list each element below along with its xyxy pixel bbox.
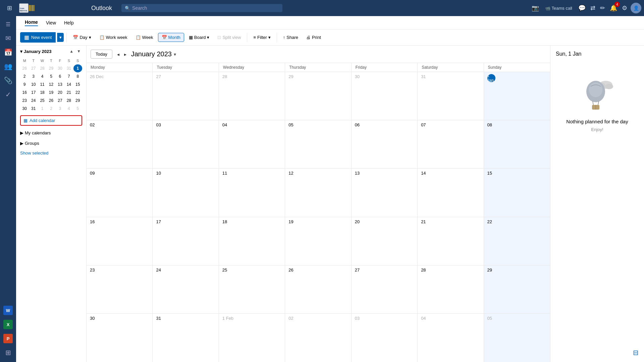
calendar-cell[interactable]: 31: [418, 72, 484, 120]
avatar[interactable]: 👤: [631, 3, 641, 13]
mini-cal-day[interactable]: 18: [38, 88, 47, 97]
calendar-cell[interactable]: 1 Feb: [219, 314, 285, 362]
calendar-cell[interactable]: 18: [219, 217, 285, 265]
today-button[interactable]: Today: [91, 50, 112, 59]
mini-cal-day[interactable]: 10: [29, 80, 38, 88]
cal-next-button[interactable]: ▸: [122, 50, 128, 58]
ppt-icon[interactable]: P: [1, 332, 15, 345]
month-view-button[interactable]: 📅 Month: [158, 33, 184, 42]
calendar-cell[interactable]: 02: [87, 120, 153, 168]
mini-cal-day[interactable]: 24: [29, 97, 38, 105]
menu-view[interactable]: View: [43, 19, 59, 27]
calendar-cell[interactable]: 17: [153, 217, 219, 265]
mini-cal-day[interactable]: 2: [47, 105, 55, 113]
groups-toggle[interactable]: ▶ Groups: [20, 139, 82, 148]
mini-cal-day[interactable]: 22: [73, 88, 82, 97]
mini-cal-day[interactable]: 16: [20, 88, 29, 97]
calendar-cell[interactable]: 12: [285, 169, 351, 217]
calendar-cell[interactable]: 26 Dec: [87, 72, 153, 120]
calendar-cell[interactable]: 22: [484, 217, 550, 265]
mini-cal-day[interactable]: 3: [29, 72, 38, 80]
mini-cal-day[interactable]: 17: [29, 88, 38, 97]
board-view-button[interactable]: ▦ Board ▾: [185, 33, 213, 42]
calendar-cell[interactable]: 10: [153, 169, 219, 217]
calendar-cell[interactable]: 27: [352, 265, 418, 313]
calendar-cell[interactable]: 30: [352, 72, 418, 120]
calendar-cell[interactable]: 20: [352, 217, 418, 265]
share-button[interactable]: ↑ Share: [280, 33, 302, 42]
show-selected-link[interactable]: Show selected: [20, 149, 82, 157]
mini-cal-day[interactable]: 2: [20, 72, 29, 80]
calendar-cell[interactable]: 16: [87, 217, 153, 265]
filter-button[interactable]: ≡ Filter ▾: [250, 33, 274, 42]
excel-icon[interactable]: X: [1, 318, 15, 331]
calendar-cell[interactable]: 1 Jan: [484, 72, 550, 120]
calendar-cell[interactable]: 04: [219, 120, 285, 168]
mini-cal-day[interactable]: 25: [38, 97, 47, 105]
calendar-cell[interactable]: 14: [418, 169, 484, 217]
calendar-cell[interactable]: 29: [484, 265, 550, 313]
search-input[interactable]: [132, 5, 279, 11]
calendar-cell[interactable]: 21: [418, 217, 484, 265]
mini-cal-day[interactable]: 19: [47, 88, 55, 97]
mini-cal-day[interactable]: 12: [47, 80, 55, 88]
apps-icon[interactable]: ⊞: [1, 346, 15, 359]
calendar-cell[interactable]: 04: [418, 314, 484, 362]
camera-icon[interactable]: 📷: [530, 3, 540, 13]
split-view-button[interactable]: ⊡ Split view: [214, 33, 244, 42]
chat-icon[interactable]: 💬: [577, 3, 587, 13]
menu-help[interactable]: Help: [61, 19, 77, 27]
calendar-cell[interactable]: 06: [352, 120, 418, 168]
mini-cal-day[interactable]: 5: [73, 105, 82, 113]
people-icon[interactable]: 👥: [1, 60, 15, 73]
pen-icon[interactable]: ✏: [599, 3, 606, 13]
attachment-icon[interactable]: 📎: [1, 74, 15, 87]
calendar-cell[interactable]: 19: [285, 217, 351, 265]
search-bar[interactable]: 🔍: [121, 4, 282, 12]
week-view-button[interactable]: 📋 Week: [132, 33, 157, 42]
calendar-cell[interactable]: 11: [219, 169, 285, 217]
mini-cal-day[interactable]: 4: [64, 105, 73, 113]
calendar-cell[interactable]: 13: [352, 169, 418, 217]
mini-cal-day[interactable]: 31: [29, 105, 38, 113]
calendar-cell[interactable]: 23: [87, 265, 153, 313]
calendar-cell[interactable]: 30: [87, 314, 153, 362]
calendar-cell[interactable]: 24: [153, 265, 219, 313]
mini-cal-day[interactable]: 30: [20, 105, 29, 113]
mini-cal-day[interactable]: 28: [64, 97, 73, 105]
mini-cal-day[interactable]: 28: [38, 64, 47, 72]
calendar-month-title[interactable]: January 2023 ▾: [131, 50, 176, 58]
calendar-cell[interactable]: 07: [418, 120, 484, 168]
grid-icon[interactable]: ⊞: [3, 1, 16, 15]
word-icon[interactable]: W: [1, 304, 15, 317]
mini-cal-day[interactable]: 4: [38, 72, 47, 80]
mini-cal-day[interactable]: 6: [56, 72, 64, 80]
calendar-cell[interactable]: 25: [219, 265, 285, 313]
calendar-cell[interactable]: 02: [285, 314, 351, 362]
mini-cal-day[interactable]: 1: [73, 64, 82, 72]
menu-home[interactable]: Home: [21, 18, 41, 27]
mini-cal-day[interactable]: 21: [64, 88, 73, 97]
calendar-cell[interactable]: 31: [153, 314, 219, 362]
calendar-cell[interactable]: 27: [153, 72, 219, 120]
work-week-view-button[interactable]: 📋 Work week: [96, 33, 131, 42]
mail-icon[interactable]: ✉: [1, 32, 15, 45]
calendar-cell[interactable]: 29: [285, 72, 351, 120]
calendar-cell[interactable]: 26: [285, 265, 351, 313]
switch-icon[interactable]: ⇄: [589, 3, 597, 13]
bell-icon[interactable]: 🔔 4: [608, 3, 619, 13]
calendar-cell[interactable]: 03: [352, 314, 418, 362]
new-event-button[interactable]: ▦ New event: [20, 32, 56, 43]
mini-cal-day[interactable]: 1: [38, 105, 47, 113]
mini-cal-day[interactable]: 20: [56, 88, 64, 97]
right-panel-bottom-icon[interactable]: ⊟: [633, 349, 639, 357]
mini-cal-day[interactable]: 27: [29, 64, 38, 72]
mini-cal-day[interactable]: 5: [47, 72, 55, 80]
settings-icon[interactable]: ⚙: [621, 3, 629, 13]
mini-cal-day[interactable]: 3: [56, 105, 64, 113]
calendar-cell[interactable]: 28: [219, 72, 285, 120]
hamburger-icon[interactable]: ☰: [1, 17, 15, 31]
mini-cal-day[interactable]: 29: [47, 64, 55, 72]
calendar-cell[interactable]: 28: [418, 265, 484, 313]
calendar-cell[interactable]: 05: [484, 314, 550, 362]
